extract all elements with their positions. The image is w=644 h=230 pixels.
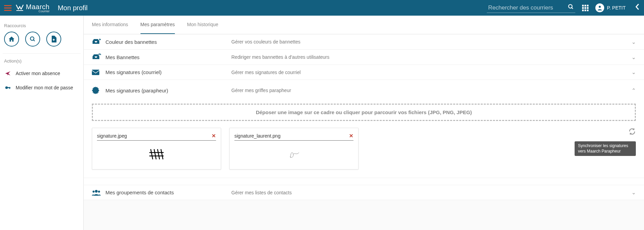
- signature-card: signature_laurent.png ✕: [229, 128, 359, 170]
- delete-signature-button[interactable]: ✕: [212, 133, 216, 139]
- svg-line-12: [151, 149, 153, 159]
- actions-heading: Action(s): [3, 54, 81, 66]
- signature-filename: signature.jpeg: [97, 133, 127, 139]
- setting-desc: Gérer mes signatures de courriel: [231, 70, 631, 75]
- signature-preview: [97, 144, 216, 164]
- setting-desc: Gérer mes listes de contacts: [231, 190, 631, 195]
- user-menu[interactable]: P. PETIT: [595, 3, 626, 12]
- sidebar: Raccourcis Action(s): [0, 16, 84, 230]
- signature-preview: [234, 144, 353, 164]
- setting-sig-email[interactable]: Mes signatures (courriel) Gérer mes sign…: [84, 65, 644, 80]
- delete-signature-button[interactable]: ✕: [349, 133, 353, 139]
- setting-sig-parapheur[interactable]: Mes signatures (parapheur) Gérer mes gri…: [84, 80, 644, 98]
- svg-line-14: [158, 149, 160, 159]
- signature-dropzone[interactable]: Déposer une image sur ce cadre ou clique…: [92, 104, 636, 121]
- envelope-icon: [92, 70, 105, 75]
- setting-desc: Rediriger mes bannettes à d'autres utili…: [231, 54, 631, 60]
- setting-title: Mes signatures (parapheur): [105, 88, 231, 93]
- setting-desc: Gérer mes griffes parapheur: [231, 88, 631, 93]
- inbox-color-icon: [92, 38, 105, 45]
- action-change-password[interactable]: Modifier mon mot de passe: [3, 81, 81, 95]
- svg-rect-11: [92, 70, 99, 75]
- svg-line-2: [572, 7, 573, 9]
- search-icon: [30, 36, 36, 42]
- setting-title: Mes signatures (courriel): [105, 69, 231, 75]
- svg-line-13: [154, 149, 156, 159]
- chevron-up-icon: ⌃: [631, 87, 636, 94]
- tab-infos[interactable]: Mes informations: [92, 16, 128, 34]
- action-activate-absence[interactable]: Activer mon absence: [3, 66, 81, 81]
- setting-desc: Gérer vos couleurs de bannettes: [231, 39, 631, 45]
- setting-bannettes[interactable]: Mes Bannettes Rediriger mes bannettes à …: [84, 50, 644, 65]
- collapse-icon[interactable]: [635, 3, 640, 12]
- shortcut-new-doc[interactable]: [46, 32, 61, 47]
- svg-point-20: [98, 191, 100, 193]
- action-label: Activer mon absence: [16, 71, 60, 76]
- svg-point-19: [93, 191, 95, 193]
- action-label: Modifier mon mot de passe: [16, 85, 73, 90]
- menu-icon[interactable]: [4, 5, 12, 11]
- person-icon: [597, 5, 603, 11]
- file-plus-icon: [51, 36, 56, 42]
- user-name: P. PETIT: [607, 5, 626, 11]
- setting-title: Mes groupements de contacts: [105, 190, 231, 195]
- tab-history[interactable]: Mon historique: [187, 16, 218, 34]
- setting-bannette-color[interactable]: Couleur des bannettes Gérer vos couleurs…: [84, 34, 644, 50]
- svg-rect-7: [53, 39, 55, 40]
- setting-contacts[interactable]: Mes groupements de contacts Gérer mes li…: [84, 185, 644, 200]
- plane-icon: [5, 70, 11, 76]
- svg-line-5: [33, 40, 35, 41]
- chevron-down-icon: ⌄: [631, 39, 636, 45]
- home-icon: [8, 36, 15, 42]
- signature-filename: signature_laurent.png: [234, 133, 280, 139]
- app-logo[interactable]: Maarch Courrier: [16, 3, 50, 13]
- sig-parapheur-panel: Déposer une image sur ce cadre ou clique…: [84, 98, 644, 178]
- search-button[interactable]: [568, 4, 574, 12]
- chevron-down-icon: ⌄: [631, 54, 636, 60]
- svg-line-15: [161, 149, 163, 159]
- apps-icon[interactable]: [582, 5, 589, 11]
- users-icon: [92, 190, 105, 196]
- chevron-down-icon: ⌄: [631, 189, 636, 196]
- svg-point-4: [30, 37, 34, 40]
- main-content: Mes informations Mes paramètres Mon hist…: [84, 16, 644, 230]
- app-header: Maarch Courrier Mon profil P. PETIT: [0, 0, 644, 16]
- chevron-down-icon: ⌄: [631, 69, 636, 75]
- logo-icon: [16, 4, 24, 11]
- shortcut-search[interactable]: [25, 32, 40, 47]
- sync-signatures-button[interactable]: [628, 128, 636, 137]
- search-icon: [568, 4, 574, 10]
- inbox-redirect-icon: [92, 54, 105, 60]
- svg-point-18: [95, 190, 98, 193]
- svg-point-3: [599, 6, 601, 8]
- setting-title: Mes Bannettes: [105, 54, 231, 60]
- search-input[interactable]: [487, 3, 575, 13]
- shortcuts-heading: Raccourcis: [3, 21, 81, 32]
- seal-icon: [92, 87, 105, 94]
- tabs: Mes informations Mes paramètres Mon hist…: [84, 16, 644, 34]
- svg-point-8: [5, 86, 8, 89]
- sync-tooltip: Synchroniser les signatures vers Maarch …: [575, 141, 636, 156]
- key-icon: [5, 85, 11, 91]
- signature-card: signature.jpeg ✕: [92, 128, 221, 170]
- svg-point-1: [568, 4, 572, 8]
- tab-settings[interactable]: Mes paramètres: [141, 16, 175, 34]
- search-box: [487, 3, 575, 13]
- shortcut-home[interactable]: [4, 32, 19, 47]
- avatar: [595, 3, 604, 12]
- svg-rect-10: [10, 87, 10, 89]
- page-title: Mon profil: [58, 4, 88, 12]
- setting-title: Couleur des bannettes: [105, 39, 231, 45]
